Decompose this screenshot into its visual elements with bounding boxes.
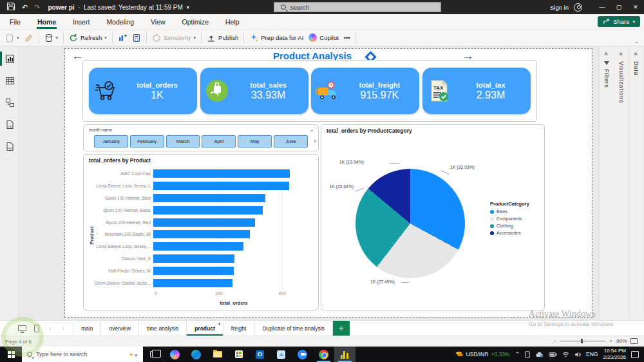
sensitivity-button[interactable]: Sensitivity▾ xyxy=(152,33,196,43)
bar-8[interactable] xyxy=(153,254,234,263)
undo-icon[interactable]: ↶ xyxy=(22,3,28,12)
zoom-app-icon[interactable] xyxy=(292,347,313,362)
menu-view[interactable]: View xyxy=(142,15,174,28)
legend-item-clothing[interactable]: Clothing xyxy=(490,224,529,228)
page-tab-main[interactable]: main xyxy=(73,321,101,336)
legend-item-accessories[interactable]: Accessories xyxy=(490,231,529,235)
bar-2[interactable] xyxy=(153,182,289,190)
tab-scroll-right-icon[interactable]: › xyxy=(62,325,64,332)
menu-file[interactable]: File xyxy=(1,15,29,28)
prep-data-ai-button[interactable]: Prep data for AI xyxy=(249,33,303,43)
refresh-button[interactable]: Refresh▾ xyxy=(69,33,107,43)
paste-button[interactable]: ▾ xyxy=(5,33,19,43)
model-view-button[interactable] xyxy=(0,93,19,112)
expand-data-icon[interactable]: « xyxy=(633,52,640,56)
bar-9[interactable] xyxy=(153,267,234,275)
kpi-card-total_sales[interactable]: total_sales33.93M xyxy=(200,68,308,114)
bar-6[interactable] xyxy=(153,230,250,238)
bar-4[interactable] xyxy=(153,206,263,214)
get-data-button[interactable]: ▾ xyxy=(44,33,59,43)
global-search-input[interactable]: Search xyxy=(274,2,441,12)
account-avatar[interactable] xyxy=(574,3,582,12)
bar-5[interactable] xyxy=(153,218,255,227)
new-measure-button[interactable] xyxy=(132,33,141,43)
copilot-app-icon[interactable] xyxy=(164,347,185,362)
sign-in-link[interactable]: Sign in xyxy=(550,4,569,11)
legend-item-components[interactable]: Components xyxy=(490,216,529,221)
pie-chart[interactable] xyxy=(355,169,465,278)
start-button[interactable] xyxy=(0,347,22,362)
maximize-button[interactable]: ▢ xyxy=(611,0,627,14)
page-tab-Duplicate-of-time-analysis[interactable]: Duplicate of time analysis xyxy=(254,321,332,336)
menu-insert[interactable]: Insert xyxy=(64,15,98,28)
bar-1[interactable] xyxy=(153,169,290,178)
new-visual-button[interactable] xyxy=(118,33,127,43)
clock[interactable]: 10:54 PM 2/23/2026 xyxy=(603,348,626,361)
more-options-button[interactable]: ••• xyxy=(344,34,350,41)
outlook-app-icon[interactable]: O xyxy=(249,347,270,362)
notification-center-icon[interactable] xyxy=(631,351,639,358)
menu-optimize[interactable]: Optimize xyxy=(174,15,217,28)
kpi-card-total_orders[interactable]: total_orders1K xyxy=(89,68,197,114)
bar-3[interactable] xyxy=(153,194,265,202)
title-dropdown-icon[interactable]: ▾ xyxy=(187,5,189,10)
powerbi-app-icon[interactable] xyxy=(334,347,355,362)
volume-icon[interactable] xyxy=(574,352,581,357)
file-explorer-icon[interactable] xyxy=(207,347,228,362)
zoom-in-button[interactable]: + xyxy=(609,338,612,344)
legend-item-bikes[interactable]: Bikes xyxy=(490,209,529,214)
dax-query-view-button[interactable]: DAX xyxy=(0,115,19,134)
tab-scroll-left-icon[interactable]: ‹ xyxy=(49,325,51,332)
pie-chart-visual[interactable]: total_orders by ProductCategory 1K (13.9… xyxy=(321,124,545,310)
visualizations-panel-collapsed[interactable]: « Visualizations xyxy=(614,46,629,320)
zoom-out-button[interactable]: − xyxy=(554,338,557,344)
month-button-january[interactable]: January xyxy=(94,135,128,148)
report-page[interactable]: ← Product Analysis → total_orders1Ktotal… xyxy=(64,48,592,318)
menu-home[interactable]: Home xyxy=(29,15,64,28)
copilot-button[interactable]: Copilot xyxy=(308,33,339,42)
battery-icon[interactable] xyxy=(549,352,557,357)
kpi-card-total_freight[interactable]: total_freight915.97K xyxy=(311,68,419,114)
wifi-icon[interactable] xyxy=(562,352,569,357)
microsoft-store-icon[interactable] xyxy=(228,347,249,362)
taskbar-search-input[interactable]: Type here to search ✦✦ xyxy=(22,347,143,362)
report-view-button[interactable] xyxy=(0,49,19,68)
save-icon[interactable] xyxy=(6,2,15,12)
expand-filters-icon[interactable]: « xyxy=(603,52,611,56)
data-panel-collapsed[interactable]: « Data xyxy=(629,46,643,320)
phone-link-icon[interactable] xyxy=(525,351,530,358)
edge-app-icon[interactable] xyxy=(185,347,207,362)
month-button-february[interactable]: February xyxy=(130,135,164,148)
month-button-may[interactable]: May xyxy=(238,135,272,148)
page-tab-freight[interactable]: freight xyxy=(223,321,255,336)
task-view-button[interactable] xyxy=(143,347,164,362)
nav-back-arrow[interactable]: ← xyxy=(71,49,84,63)
month-button-june[interactable]: June xyxy=(274,135,308,148)
menu-modeling[interactable]: Modeling xyxy=(98,15,142,28)
chrome-app-icon[interactable] xyxy=(313,347,334,362)
redo-icon[interactable]: ↷ xyxy=(34,3,40,12)
publish-button[interactable]: Publish xyxy=(207,33,238,43)
desktop-layout-icon[interactable] xyxy=(18,325,26,331)
photos-app-icon[interactable] xyxy=(270,347,292,362)
share-button[interactable]: Share▾ xyxy=(598,16,640,27)
zoom-slider[interactable] xyxy=(560,341,605,341)
tmdl-view-button[interactable]: TMDL xyxy=(0,137,19,156)
language-indicator[interactable]: ENG xyxy=(586,351,598,357)
month-slicer[interactable]: month name ⌄ JanuaryFebruaryMarchAprilMa… xyxy=(83,124,319,151)
collapse-ribbon-icon[interactable]: ⌄ xyxy=(634,38,639,44)
page-tab-overview[interactable]: overview xyxy=(101,321,139,336)
currency-ticker[interactable]: USD/INR +0,33% xyxy=(456,351,509,357)
bar-7[interactable] xyxy=(153,242,243,251)
expand-visualizations-icon[interactable]: « xyxy=(618,52,625,56)
close-tab-icon[interactable]: x xyxy=(218,321,221,326)
new-page-button[interactable]: + xyxy=(333,321,350,336)
bar-chart-visual[interactable]: total_orders by Product AWC Logo CapLong… xyxy=(83,154,319,310)
slicer-scroll-right-icon[interactable]: › xyxy=(314,137,316,144)
onedrive-icon[interactable] xyxy=(535,352,544,357)
fit-to-page-icon[interactable] xyxy=(630,338,638,344)
menu-help[interactable]: Help xyxy=(217,15,248,28)
minimize-button[interactable]: — xyxy=(594,0,611,14)
page-tab-time-analysis[interactable]: time analysis xyxy=(139,321,187,336)
filters-panel-collapsed[interactable]: « Filters xyxy=(599,46,614,320)
